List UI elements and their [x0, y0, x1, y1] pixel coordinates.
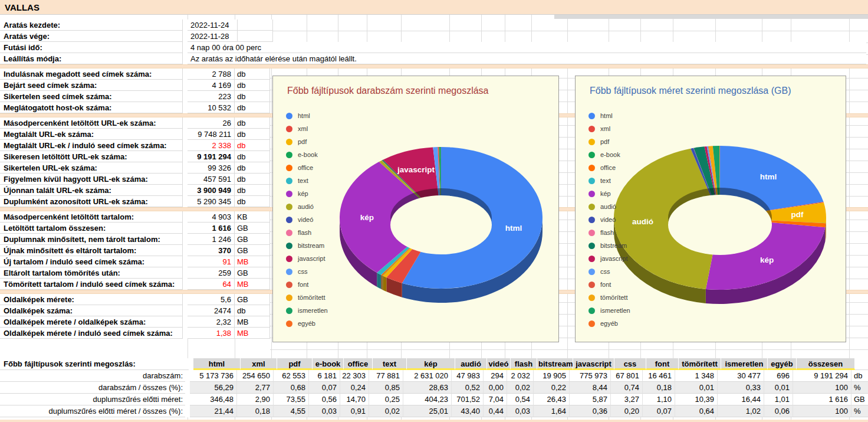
stat-value: 99 326 — [188, 162, 235, 174]
row-label: darabszám: — [0, 370, 185, 382]
table-cell: 0,02 — [369, 405, 403, 417]
legend-dot-tömörített — [286, 295, 292, 301]
stat-label: Bejárt seed címek száma: — [0, 80, 183, 91]
stat-unit: KB — [235, 211, 270, 223]
cell-gap — [183, 151, 188, 162]
legend-dot-text — [286, 178, 292, 184]
legend-dot-videó — [286, 217, 292, 223]
legend-item-egyéb: egyéb — [286, 317, 328, 330]
table-cell: 775 973 — [570, 370, 611, 382]
column-header-javascript: javascript — [573, 358, 614, 370]
legend-dot-bitstream — [588, 243, 595, 249]
chart-size-distribution: htmlpdfképaudió Főbb fájltípusok méret s… — [575, 76, 846, 342]
table-cell: 0,00 — [484, 382, 507, 394]
stat-row: Aratás kezdete:2022-11-24 — [0, 19, 868, 31]
cell-gap — [185, 370, 190, 382]
cell-gap — [183, 223, 188, 234]
cell-gap — [183, 234, 188, 245]
table-row: darabszám:5 173 736254 65062 5536 18122 … — [0, 370, 868, 382]
table-cell: 7,04 — [484, 394, 507, 405]
stat-value: 259 — [188, 267, 235, 279]
legend-dot-egyéb — [286, 320, 292, 327]
stat-unit: MB — [235, 256, 270, 267]
donut-hole — [668, 195, 772, 255]
legend-item-text: text — [588, 174, 630, 187]
legend-dot-css — [588, 269, 595, 275]
legend-dot-tömörített — [588, 295, 595, 301]
legend-dot-videó — [588, 217, 595, 223]
table-cell: 1,01 — [764, 394, 793, 405]
legend-label: xml — [298, 125, 308, 132]
legend-item-css: css — [588, 265, 630, 278]
row-label: duplumszűrés előtti méret / összes (%): — [0, 405, 185, 417]
cell-gap — [183, 31, 188, 42]
table-cell: 254 650 — [237, 370, 274, 382]
legend-label: egyéb — [600, 320, 618, 327]
table-cell: 0,52 — [452, 382, 484, 394]
legend-item-css: css — [286, 265, 328, 278]
slice-label-kép: kép — [360, 213, 374, 222]
stat-unit: db — [235, 305, 270, 316]
donut-hole — [390, 195, 492, 254]
table-cell: 0,01 — [675, 382, 718, 394]
stat-unit: db — [235, 185, 270, 196]
chart-title-size: Főbb fájltípusok méret szerinti megoszlá… — [590, 86, 791, 96]
legend-label: office — [298, 164, 313, 171]
legend-label: html — [600, 112, 613, 119]
table-cell: 67 801 — [611, 370, 643, 382]
cell-gap — [183, 294, 188, 305]
table-header-row: Főbb fájltípusok szerinti megoszlás:html… — [0, 358, 868, 370]
stat-unit: GB — [235, 234, 270, 245]
column-header-bitstream: bitstream — [537, 358, 573, 370]
legend-dot-kép — [286, 191, 292, 197]
table-cell: 2 631 020 — [403, 370, 452, 382]
legend-label: ismeretlen — [298, 307, 328, 314]
legend-dot-e-book — [286, 152, 292, 158]
table-cell: 0,33 — [718, 382, 764, 394]
table-cell: 5,87 — [570, 394, 611, 405]
legend-label: audió — [600, 203, 616, 210]
legend-item-ismeretlen: ismeretlen — [588, 304, 630, 317]
legend-label: kép — [298, 190, 308, 197]
stat-label: Sikeresen letöltött URL-ek száma: — [0, 151, 183, 162]
chart-count-distribution: htmlképjavascript Főbb fájltípusok darab… — [272, 76, 559, 342]
table-cell: 1 616 — [793, 394, 851, 405]
stat-unit: db — [235, 151, 270, 162]
table-row: duplumszűrés előtti méret / összes (%):2… — [0, 405, 868, 417]
table-cell: 56,29 — [190, 382, 237, 394]
stat-value: 1,38 — [188, 328, 235, 339]
stat-unit — [238, 31, 273, 42]
table-cell: 0,25 — [369, 394, 403, 405]
table-cell: 73,55 — [274, 394, 309, 405]
stat-unit: MB — [235, 328, 270, 339]
table-cell: 0,02 — [507, 382, 534, 394]
stat-value: 26 — [188, 117, 235, 129]
stat-value: 2 338 — [188, 140, 235, 151]
report-page: VALLAS Aratás kezdete:2022-11-24Aratás v… — [0, 0, 868, 422]
table-cell: 0,64 — [675, 405, 718, 417]
table-cell: 0,07 — [309, 382, 340, 394]
title-band: VALLAS — [0, 0, 868, 15]
stat-label: Aratás kezdete: — [0, 19, 183, 31]
slice-label-html: html — [760, 172, 777, 181]
stat-label: Oldalképek mérete: — [0, 294, 183, 305]
stat-unit — [238, 19, 273, 31]
cell-gap — [183, 53, 188, 64]
legend-dot-javascript — [588, 256, 595, 262]
stat-value: 5,6 — [188, 294, 235, 305]
row-unit: GB — [851, 394, 868, 405]
table-cell: 1 348 — [675, 370, 718, 382]
legend-label: tömörített — [600, 294, 627, 301]
legend-item-kép: kép — [588, 187, 630, 200]
stat-value: 9 191 294 — [188, 151, 235, 162]
table-cell: 5 173 736 — [190, 370, 237, 382]
legend-label: font — [298, 281, 308, 288]
legend-label: xml — [600, 125, 610, 132]
row-unit: db — [851, 370, 868, 382]
legend-dot-flash — [588, 230, 595, 236]
table-cell: 0,24 — [340, 382, 369, 394]
stat-label: Figyelmen kívül hagyott URL-ek száma: — [0, 174, 183, 185]
legend-label: egyéb — [298, 320, 315, 327]
stat-unit: MB — [235, 316, 270, 328]
stat-label: Indulásnak megadott seed címek száma: — [0, 68, 183, 80]
